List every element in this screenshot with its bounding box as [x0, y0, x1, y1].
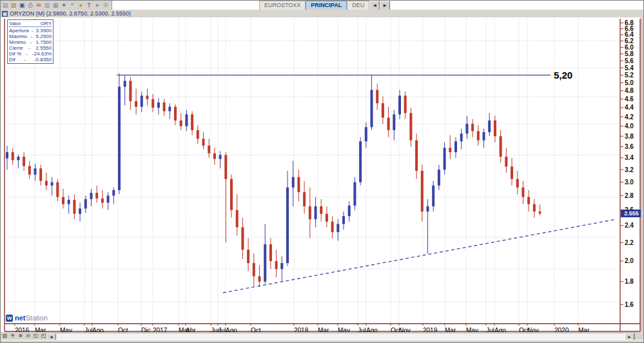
candle — [107, 195, 110, 202]
indicators-icon[interactable]: ✶ — [60, 1, 68, 9]
candlestick-chart[interactable]: 6.86.66.46.26.05.85.65.45.25.04.84.64.44… — [1, 17, 644, 332]
candle — [376, 90, 378, 103]
candle — [477, 131, 480, 140]
candle — [516, 179, 519, 188]
candle — [488, 121, 491, 132]
copy-icon[interactable]: ▥ — [43, 1, 51, 9]
y-axis-label: 5.2 — [625, 72, 634, 79]
y-axis-label: 2.8 — [625, 192, 634, 199]
candle — [505, 157, 507, 166]
send-icon[interactable]: ✉ — [35, 1, 43, 9]
x-axis-label: Oct — [251, 327, 261, 332]
candle — [191, 114, 193, 130]
x-axis-label: 2020 — [554, 327, 569, 332]
candle — [337, 224, 339, 232]
y-axis-label: 3.8 — [625, 133, 634, 140]
data-row-label: Apertura — [9, 28, 29, 34]
chart-window-title: ORYZON (M) (2.5800, 2.6750, 2.5300, 2.55… — [10, 10, 131, 17]
candle — [34, 168, 37, 175]
candle — [124, 81, 126, 86]
data-row-value: 3.3900 — [36, 28, 52, 34]
open-icon[interactable]: ▨ — [10, 1, 17, 9]
x-axis-label: May — [466, 327, 478, 332]
candle — [56, 182, 59, 197]
candle — [309, 206, 311, 219]
x-axis-label: Ago — [366, 327, 378, 332]
candle — [259, 276, 261, 281]
candle — [197, 130, 199, 139]
candle — [292, 177, 295, 188]
zoom-out-icon[interactable]: ⊖ — [24, 333, 32, 339]
x-axis-label: Mar — [35, 327, 46, 332]
x-axis-label: Mar — [318, 327, 329, 332]
new-chart-icon[interactable]: ▤ — [1, 1, 9, 9]
tab-zone: EUROSTOXXPRINCIPALDEU◄► — [112, 1, 644, 10]
tab-eurostoxx[interactable]: EUROSTOXX — [259, 1, 306, 10]
candle — [359, 141, 362, 182]
candle — [269, 244, 272, 261]
data-window-row: ValorORY — [9, 21, 52, 27]
text-tool-icon[interactable]: T — [85, 1, 93, 9]
candle — [168, 107, 171, 112]
candle — [180, 121, 182, 126]
compress-icon[interactable]: ◱ — [32, 333, 39, 339]
zoom-in-icon[interactable]: ⊕ — [17, 333, 24, 339]
candle — [264, 244, 266, 282]
bottom-toolbar: ▧✛⊕⊖◱◰ ◄ ► — [1, 332, 644, 340]
x-axis-label: 2017 — [153, 327, 168, 332]
data-window-row: Dif--0.8350 — [9, 57, 52, 63]
candle — [141, 95, 143, 106]
chart-mode-icon[interactable]: ▧ — [1, 333, 8, 339]
tab-principal[interactable]: PRINCIPAL — [306, 1, 347, 10]
y-axis-label: 4.2 — [625, 113, 634, 121]
candle — [51, 182, 54, 186]
candle — [315, 206, 317, 219]
comment-icon[interactable]: ❝ — [68, 1, 76, 9]
candle — [219, 155, 222, 159]
data-row-label: Mínimo — [9, 39, 26, 45]
data-row-separator: - — [23, 57, 26, 63]
pointer-icon[interactable]: ➤ — [93, 1, 101, 9]
candle — [500, 136, 502, 157]
settings-icon[interactable]: ✇ — [102, 1, 110, 9]
print-icon[interactable]: ⎙ — [26, 1, 34, 9]
candle — [533, 204, 536, 211]
candle — [438, 170, 440, 186]
y-axis-label: 4.4 — [625, 104, 634, 111]
paste-icon[interactable]: ▦ — [52, 1, 59, 9]
x-axis-label: May — [338, 327, 350, 332]
candle — [157, 103, 160, 108]
candle — [286, 188, 289, 263]
trendline[interactable] — [223, 219, 616, 293]
crosshair-icon[interactable]: ✛ — [9, 333, 16, 339]
candle — [297, 177, 300, 192]
candle — [387, 117, 390, 130]
y-axis-label: 2.2 — [625, 239, 634, 246]
x-axis-label: May — [60, 327, 72, 332]
data-row-value: 5.2500 — [36, 34, 52, 39]
chart-type-icon[interactable]: ◕ — [77, 1, 84, 9]
x-axis-label: Jul — [218, 327, 226, 332]
data-row-separator: - — [29, 39, 33, 45]
candle — [45, 181, 48, 186]
tab-scroll-right-button[interactable]: ► — [380, 1, 390, 10]
candle — [371, 90, 373, 127]
y-axis-label: 2.4 — [625, 222, 634, 229]
candle — [73, 200, 75, 214]
save-icon[interactable]: ▣ — [18, 1, 26, 9]
netstation-logo-icon: W — [6, 315, 13, 322]
y-axis-label: 4.8 — [625, 87, 634, 94]
tab-scroll-left-button[interactable]: ◄ — [369, 1, 380, 10]
candle — [404, 95, 407, 113]
candle — [511, 166, 513, 179]
candle — [494, 121, 496, 136]
y-axis-label: 3.0 — [625, 179, 634, 186]
x-axis-label: Ago — [494, 327, 506, 332]
data-row-label: Valor — [9, 21, 21, 26]
tab-deu[interactable]: DEU — [347, 1, 369, 10]
netstation-app: ▤▨▣⎙✉▥▦✶❝◕T➤✇ EUROSTOXXPRINCIPALDEU◄► ▦ … — [0, 0, 644, 343]
y-axis-label: 3.6 — [625, 143, 634, 150]
data-row-separator: - — [30, 34, 34, 39]
y-axis-label: 1.6 — [625, 301, 634, 308]
candle — [174, 107, 177, 121]
